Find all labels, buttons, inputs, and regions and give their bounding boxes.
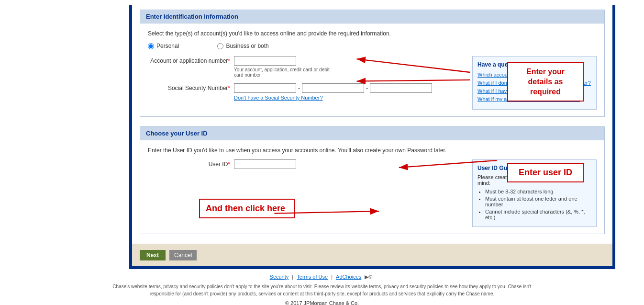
account-number-label: Account or application number* (148, 56, 234, 64)
footer-links: Security | Terms of Use | AdChoices ▶© (0, 274, 644, 280)
business-radio[interactable] (217, 43, 223, 49)
help-box-title: Have a question? (477, 61, 591, 68)
account-number-input-group: Your account, application, credit card o… (234, 56, 330, 78)
help-link-1[interactable]: Which account type should I choose? (477, 72, 591, 78)
adchoices-link[interactable]: AdChoices (336, 274, 361, 280)
account-number-input[interactable] (234, 56, 296, 66)
user-id-label: User ID* (148, 159, 234, 168)
account-number-row: Account or application number* Your acco… (148, 56, 463, 78)
identification-fields: Account or application number* Your acco… (148, 56, 463, 110)
ssn-part2-input[interactable] (302, 83, 364, 93)
no-ssn-link[interactable]: Don't have a Social Security Number? (234, 95, 432, 101)
user-id-section: Choose your User ID Enter the User ID yo… (140, 126, 605, 234)
guideline-2: Must contain at least one letter and one… (485, 196, 591, 207)
ssn-inputs: - - (234, 83, 432, 93)
user-id-fields: User ID* (148, 159, 463, 227)
help-link-4[interactable]: What if my account number has letters in… (477, 96, 591, 102)
guideline-1: Must be 8-32 characters long (485, 189, 591, 194)
identification-section: Enter Identification Information Select … (140, 10, 605, 117)
ssn-part3-input[interactable] (370, 83, 432, 93)
account-type-group: Personal Business or both (148, 43, 597, 49)
action-bar: Next Cancel (132, 244, 612, 266)
guideline-3: Cannot include special characters (&, %,… (485, 209, 591, 220)
ssn-input-group: - - Don't have a Social Security Number? (234, 83, 432, 101)
guidelines-intro: Please create your new User ID, keeping … (477, 174, 591, 186)
help-link-3[interactable]: What if I have more than one account? (477, 88, 591, 94)
personal-radio[interactable] (148, 43, 154, 49)
personal-label: Personal (156, 43, 179, 49)
business-option[interactable]: Business or both (217, 43, 268, 49)
identification-header: Enter Identification Information (140, 10, 604, 23)
ssn-part1-input[interactable] (234, 83, 296, 93)
user-id-input-group (234, 159, 296, 169)
site-feedback-link[interactable]: Site Feedback (607, 303, 644, 305)
ssn-label: Social Security Number* (148, 83, 234, 91)
account-number-hint: Your account, application, credit card o… (234, 67, 330, 78)
guidelines-box: User ID Guidelines Please create your ne… (472, 159, 597, 227)
security-link[interactable]: Security (270, 274, 289, 280)
identification-intro: Select the type(s) of account(s) you'd l… (148, 30, 597, 37)
user-id-row: User ID* (148, 159, 463, 169)
help-link-2[interactable]: What if I don't have my account or card … (477, 80, 591, 86)
terms-link[interactable]: Terms of Use (297, 274, 328, 280)
user-id-header: Choose your User ID (140, 127, 604, 140)
guidelines-list: Must be 8-32 characters long Must contai… (477, 189, 591, 220)
footer-disclaimer: Chase's website terms, privacy and secur… (107, 283, 537, 297)
user-id-intro: Enter the User ID you'd like to use when… (148, 147, 597, 154)
ssn-row: Social Security Number* - - (148, 83, 463, 101)
personal-option[interactable]: Personal (148, 43, 179, 49)
next-button[interactable]: Next (140, 250, 166, 260)
user-id-input[interactable] (234, 159, 296, 169)
guidelines-title: User ID Guidelines (477, 165, 591, 171)
footer: Security | Terms of Use | AdChoices ▶© C… (0, 269, 644, 305)
help-box: Have a question? Which account type shou… (472, 56, 597, 110)
cancel-button[interactable]: Cancel (169, 250, 197, 260)
business-label: Business or both (226, 43, 268, 49)
footer-copyright: © 2017 JPMorgan Chase & Co. (0, 300, 644, 305)
